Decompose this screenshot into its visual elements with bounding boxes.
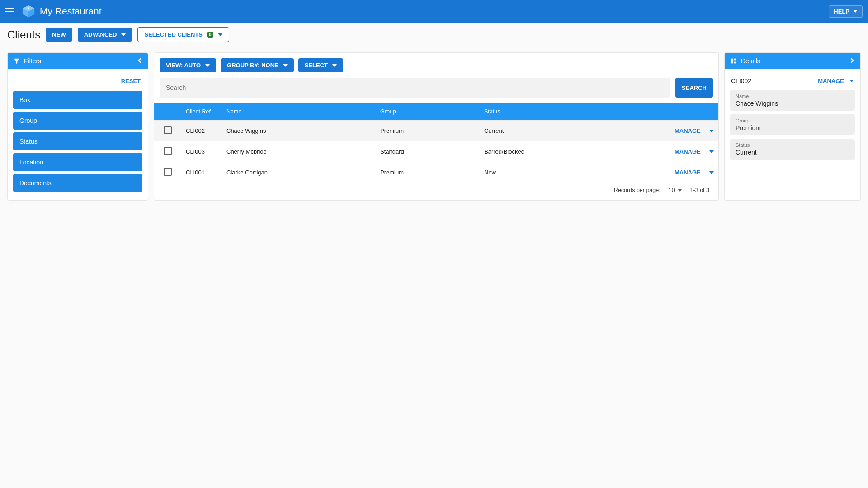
cell-name: Clarke Corrigan	[222, 162, 376, 183]
view-button[interactable]: VIEW: AUTO	[160, 58, 216, 72]
svg-marker-10	[709, 130, 714, 132]
svg-marker-9	[332, 64, 337, 67]
filter-box[interactable]: Box	[13, 91, 142, 109]
selected-clients-label: SELECTED CLIENTS	[144, 31, 203, 38]
page-title: Clients	[7, 28, 40, 41]
help-label: HELP	[834, 8, 849, 15]
detail-value: Chace Wiggins	[736, 100, 849, 107]
per-page-value: 10	[669, 187, 675, 193]
cell-status: Current	[480, 121, 660, 141]
cell-group: Standard	[376, 141, 480, 162]
hamburger-icon[interactable]	[5, 6, 16, 17]
chevron-down-icon	[283, 63, 288, 68]
advanced-button[interactable]: ADVANCED	[78, 28, 132, 42]
svg-marker-6	[218, 33, 222, 36]
cell-ref: CLI001	[181, 162, 222, 183]
details-icon	[730, 57, 737, 65]
chevron-down-icon	[332, 63, 337, 68]
details-manage-button[interactable]: MANAGE	[818, 78, 854, 84]
svg-rect-15	[734, 59, 736, 60]
chevron-right-icon[interactable]	[849, 57, 855, 65]
selected-clients-button[interactable]: SELECTED CLIENTS 0	[137, 27, 229, 42]
table-row[interactable]: CLI001Clarke CorriganPremiumNewMANAGE	[154, 162, 718, 183]
svg-rect-14	[731, 59, 733, 64]
chevron-left-icon[interactable]	[137, 57, 142, 65]
th-client-ref[interactable]: Client Ref	[181, 103, 222, 121]
chevron-down-icon	[121, 33, 126, 37]
svg-text:1: 1	[28, 6, 29, 9]
table-row[interactable]: CLI002Chace WigginsPremiumCurrentMANAGE	[154, 121, 718, 141]
chevron-down-icon	[853, 9, 858, 14]
filter-status[interactable]: Status	[13, 132, 142, 150]
svg-rect-16	[734, 61, 736, 62]
filters-body: RESET BoxGroupStatusLocationDocuments	[8, 69, 148, 200]
main-toolbar: VIEW: AUTO GROUP BY: NONE SELECT	[154, 53, 718, 78]
select-button[interactable]: SELECT	[298, 58, 343, 72]
filters-header[interactable]: Filters	[8, 53, 148, 69]
chevron-down-icon	[678, 188, 682, 192]
row-checkbox[interactable]	[164, 168, 172, 176]
cell-status: New	[480, 162, 660, 183]
groupby-button[interactable]: GROUP BY: NONE	[221, 58, 294, 72]
clients-table: Client Ref Name Group Status CLI002Chace…	[154, 103, 718, 183]
chevron-down-icon	[218, 33, 222, 37]
search-button[interactable]: SEARCH	[675, 78, 713, 98]
advanced-label: ADVANCED	[84, 31, 117, 38]
pagination-range: 1-3 of 3	[690, 187, 709, 193]
svg-marker-4	[853, 10, 858, 13]
th-group[interactable]: Group	[376, 103, 480, 121]
detail-label: Group	[736, 118, 849, 123]
detail-label: Name	[736, 94, 849, 99]
search-input[interactable]	[160, 78, 670, 98]
cell-group: Premium	[376, 162, 480, 183]
filters-title: Filters	[24, 57, 41, 65]
table-row[interactable]: CLI003Cherry McbrideStandardBarred/Block…	[154, 141, 718, 162]
chevron-down-icon	[709, 170, 714, 175]
filter-documents[interactable]: Documents	[13, 174, 142, 192]
chevron-down-icon	[709, 129, 714, 133]
svg-marker-11	[709, 150, 714, 153]
cell-group: Premium	[376, 121, 480, 141]
appbar: 1 My Restaurant HELP	[0, 0, 868, 23]
main-panel: VIEW: AUTO GROUP BY: NONE SELECT SEARCH …	[154, 52, 719, 201]
details-manage-label: MANAGE	[818, 78, 844, 84]
th-status[interactable]: Status	[480, 103, 660, 121]
cell-name: Chace Wiggins	[222, 121, 376, 141]
selected-count-badge: 0	[207, 32, 213, 38]
chevron-down-icon	[709, 150, 714, 154]
filters-panel: Filters RESET BoxGroupStatusLocationDocu…	[7, 52, 148, 201]
svg-marker-12	[709, 171, 714, 174]
detail-card-status: StatusCurrent	[730, 139, 855, 160]
detail-card-name: NameChace Wiggins	[730, 90, 855, 111]
row-manage-button[interactable]: MANAGE	[675, 169, 714, 176]
app-title: My Restaurant	[40, 6, 102, 17]
svg-marker-13	[678, 189, 682, 192]
detail-value: Premium	[736, 124, 849, 131]
details-panel: Details CLI002 MANAGE NameChace WigginsG…	[724, 52, 861, 201]
row-checkbox[interactable]	[164, 147, 172, 155]
chevron-down-icon	[205, 63, 210, 68]
reset-filters-button[interactable]: RESET	[121, 78, 141, 84]
new-button[interactable]: NEW	[46, 28, 72, 42]
row-manage-button[interactable]: MANAGE	[675, 127, 714, 134]
select-label: SELECT	[305, 62, 328, 69]
records-per-page-select[interactable]: 10	[669, 187, 682, 193]
th-name[interactable]: Name	[222, 103, 376, 121]
page-header: Clients NEW ADVANCED SELECTED CLIENTS 0	[0, 23, 868, 47]
svg-marker-18	[849, 80, 854, 82]
row-manage-button[interactable]: MANAGE	[675, 148, 714, 155]
cell-status: Barred/Blocked	[480, 141, 660, 162]
detail-label: Status	[736, 142, 849, 148]
filter-icon	[13, 57, 20, 65]
filter-group[interactable]: Group	[13, 112, 142, 130]
chevron-down-icon	[849, 79, 854, 83]
row-checkbox[interactable]	[164, 126, 172, 134]
cell-ref: CLI002	[181, 121, 222, 141]
detail-value: Current	[736, 149, 849, 156]
records-per-page-label: Records per page:	[614, 187, 660, 193]
groupby-label: GROUP BY: NONE	[227, 62, 278, 69]
details-header[interactable]: Details	[725, 53, 860, 69]
help-button[interactable]: HELP	[829, 5, 863, 18]
details-title: Details	[741, 57, 760, 65]
filter-location[interactable]: Location	[13, 153, 142, 171]
